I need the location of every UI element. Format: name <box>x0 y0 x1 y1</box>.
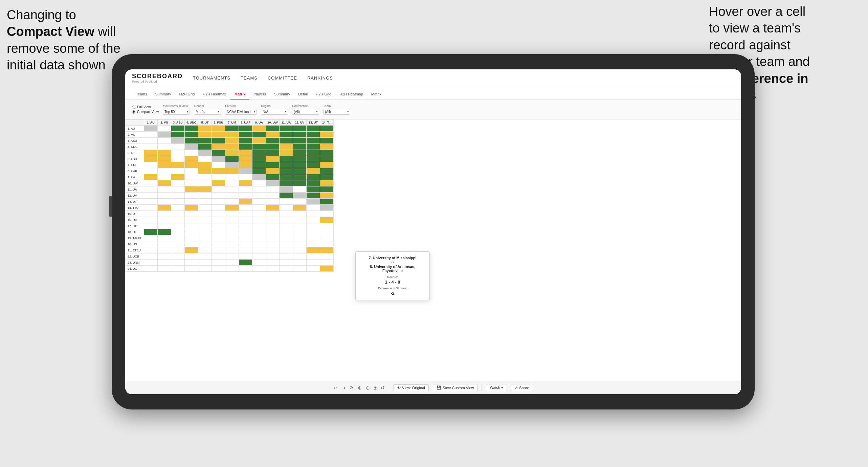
matrix-cell[interactable] <box>280 241 293 247</box>
matrix-cell[interactable] <box>144 266 158 272</box>
nav-tournaments[interactable]: TOURNAMENTS <box>193 75 230 81</box>
matrix-cell[interactable] <box>158 260 171 266</box>
matrix-cell[interactable] <box>266 132 280 138</box>
matrix-cell[interactable] <box>252 199 266 205</box>
matrix-cell[interactable] <box>252 211 266 217</box>
matrix-cell[interactable] <box>144 174 158 180</box>
matrix-cell[interactable] <box>239 156 252 162</box>
matrix-cell[interactable] <box>293 199 307 205</box>
matrix-cell[interactable] <box>239 266 252 272</box>
matrix-cell[interactable] <box>293 193 307 199</box>
matrix-cell[interactable] <box>198 156 212 162</box>
division-select[interactable]: NCAA Division I <box>225 109 257 115</box>
matrix-cell[interactable] <box>266 162 280 168</box>
undo-icon[interactable]: ↩ <box>333 385 337 391</box>
subnav-summary-1[interactable]: Summary <box>151 89 175 99</box>
matrix-cell[interactable] <box>320 223 334 229</box>
gender-select[interactable]: Men's <box>194 109 221 115</box>
matrix-cell[interactable] <box>212 168 225 174</box>
matrix-cell[interactable] <box>239 241 252 247</box>
matrix-cell[interactable] <box>171 229 185 235</box>
matrix-cell[interactable] <box>239 168 252 174</box>
matrix-cell[interactable] <box>239 247 252 253</box>
matrix-cell[interactable] <box>171 132 185 138</box>
matrix-cell[interactable] <box>266 156 280 162</box>
matrix-cell[interactable] <box>239 229 252 235</box>
matrix-cell[interactable] <box>212 162 225 168</box>
matrix-cell[interactable] <box>185 168 198 174</box>
matrix-cell[interactable] <box>225 168 239 174</box>
matrix-cell[interactable] <box>198 247 212 253</box>
matrix-cell[interactable] <box>185 205 198 211</box>
matrix-cell[interactable] <box>198 168 212 174</box>
matrix-cell[interactable] <box>144 156 158 162</box>
save-custom-button[interactable]: 💾 Save Custom View <box>433 384 478 391</box>
matrix-cell[interactable] <box>307 229 320 235</box>
matrix-cell[interactable] <box>252 156 266 162</box>
matrix-cell[interactable] <box>171 223 185 229</box>
matrix-cell[interactable] <box>225 253 239 260</box>
matrix-cell[interactable] <box>252 144 266 150</box>
matrix-cell[interactable] <box>171 186 185 193</box>
matrix-cell[interactable] <box>307 126 320 132</box>
matrix-cell[interactable] <box>158 217 171 223</box>
matrix-cell[interactable] <box>307 253 320 260</box>
matrix-cell[interactable] <box>225 156 239 162</box>
matrix-cell[interactable] <box>212 217 225 223</box>
matrix-cell[interactable] <box>144 260 158 266</box>
region-select[interactable]: N/A <box>261 109 288 115</box>
matrix-cell[interactable] <box>225 126 239 132</box>
subnav-h2h-heatmap-1[interactable]: H2H Heatmap <box>199 89 230 99</box>
matrix-cell[interactable] <box>171 211 185 217</box>
matrix-cell[interactable] <box>171 260 185 266</box>
matrix-cell[interactable] <box>239 217 252 223</box>
matrix-cell[interactable] <box>252 223 266 229</box>
watch-button[interactable]: Watch ▾ <box>486 384 507 391</box>
matrix-cell[interactable] <box>266 126 280 132</box>
matrix-cell[interactable] <box>252 132 266 138</box>
matrix-cell[interactable] <box>185 174 198 180</box>
matrix-cell[interactable] <box>320 253 334 260</box>
matrix-cell[interactable] <box>280 223 293 229</box>
matrix-cell[interactable] <box>307 241 320 247</box>
matrix-cell[interactable] <box>158 229 171 235</box>
matrix-cell[interactable] <box>307 193 320 199</box>
matrix-cell[interactable] <box>144 205 158 211</box>
matrix-cell[interactable] <box>239 235 252 241</box>
subnav-matrix-1[interactable]: Matrix <box>230 89 249 99</box>
matrix-cell[interactable] <box>212 144 225 150</box>
subnav-players[interactable]: Players <box>249 89 270 99</box>
matrix-cell[interactable] <box>225 162 239 168</box>
matrix-cell[interactable] <box>198 253 212 260</box>
matrix-cell[interactable] <box>185 266 198 272</box>
matrix-cell[interactable] <box>239 144 252 150</box>
matrix-cell[interactable] <box>266 253 280 260</box>
matrix-cell[interactable] <box>252 235 266 241</box>
matrix-cell[interactable] <box>225 247 239 253</box>
matrix-cell[interactable] <box>212 180 225 186</box>
matrix-cell[interactable] <box>225 266 239 272</box>
matrix-cell[interactable] <box>280 199 293 205</box>
matrix-cell[interactable] <box>225 186 239 193</box>
matrix-cell[interactable] <box>158 235 171 241</box>
matrix-cell[interactable] <box>252 126 266 132</box>
matrix-cell[interactable] <box>307 180 320 186</box>
matrix-cell[interactable] <box>293 253 307 260</box>
matrix-cell[interactable] <box>320 193 334 199</box>
matrix-cell[interactable] <box>320 162 334 168</box>
matrix-cell[interactable] <box>158 211 171 217</box>
matrix-cell[interactable] <box>144 186 158 193</box>
matrix-cell[interactable] <box>198 205 212 211</box>
matrix-cell[interactable] <box>144 223 158 229</box>
view-original-button[interactable]: 👁 View: Original <box>393 384 429 391</box>
matrix-cell[interactable] <box>198 266 212 272</box>
matrix-cell[interactable] <box>293 174 307 180</box>
matrix-cell[interactable] <box>144 168 158 174</box>
matrix-cell[interactable] <box>320 180 334 186</box>
matrix-cell[interactable] <box>158 180 171 186</box>
matrix-cell[interactable] <box>252 217 266 223</box>
matrix-cell[interactable] <box>225 235 239 241</box>
matrix-cell[interactable] <box>225 144 239 150</box>
matrix-cell[interactable] <box>212 174 225 180</box>
matrix-cell[interactable] <box>320 199 334 205</box>
